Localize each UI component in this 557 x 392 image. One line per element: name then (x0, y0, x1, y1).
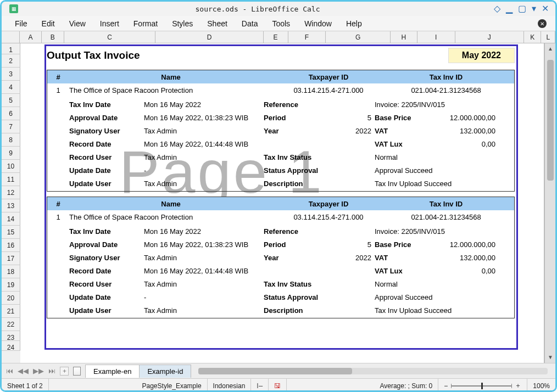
menu-insert[interactable]: Insert (100, 19, 119, 28)
scroll-up-icon[interactable]: ▲ (547, 46, 554, 52)
column-header-F[interactable]: F (288, 31, 326, 43)
menu-window[interactable]: Window (304, 19, 332, 28)
row-header-5[interactable]: 5 (2, 94, 20, 107)
row-header-8[interactable]: 8 (2, 133, 20, 147)
header-taxinv: Tax Inv ID (385, 73, 508, 81)
column-header-D[interactable]: D (155, 31, 263, 43)
row-header-17[interactable]: 17 (2, 252, 20, 265)
status-sheet[interactable]: Sheet 1 of 2 (2, 379, 49, 392)
column-header-A[interactable]: A (20, 31, 41, 43)
row-header-7[interactable]: 7 (2, 120, 20, 133)
document-close-icon[interactable]: ✕ (538, 19, 547, 28)
horizontal-scrollbar[interactable] (198, 368, 548, 374)
minimize-icon[interactable]: ▁ (506, 4, 513, 13)
row-header-1[interactable]: 1 (2, 43, 20, 54)
scrollbar-thumb[interactable] (547, 60, 554, 181)
detail-value3: Normal (375, 280, 495, 288)
column-header-B[interactable]: B (42, 31, 64, 43)
column-header-row: ABCDEFGHIJKL (2, 31, 555, 43)
detail-value3: 0,00 (428, 140, 495, 148)
row-header-2[interactable]: 2 (2, 54, 20, 68)
close-icon[interactable]: ✕ (542, 4, 549, 13)
prev-sheet-icon[interactable]: ◀◀ (18, 367, 29, 375)
row-header-19[interactable]: 19 (2, 278, 20, 292)
last-sheet-icon[interactable]: ⏭ (48, 367, 55, 375)
row-header-9[interactable]: 9 (2, 147, 20, 160)
vertical-scrollbar[interactable]: ▲ ▼ (544, 43, 555, 363)
row-header-3[interactable]: 3 (2, 68, 20, 81)
detail-row: Signatory UserTax AdminYear2022VAT132.00… (69, 124, 514, 137)
restore-icon[interactable]: ▾ (532, 4, 536, 13)
next-sheet-icon[interactable]: ▶▶ (33, 367, 44, 375)
column-header-E[interactable]: E (264, 31, 288, 43)
row-header-15[interactable]: 15 (2, 226, 20, 239)
header-corner[interactable] (2, 31, 20, 43)
zoom-slider[interactable]: − ＋ (438, 379, 527, 392)
maximize-icon[interactable]: ▢ (518, 4, 526, 13)
row-header-18[interactable]: 18 (2, 265, 20, 278)
window-menu-icon[interactable]: ◇ (494, 4, 500, 13)
menu-format[interactable]: Format (133, 19, 158, 28)
status-language[interactable]: Indonesian (208, 379, 252, 392)
row-header-6[interactable]: 6 (2, 107, 20, 120)
column-header-L[interactable]: L (541, 31, 555, 43)
row-header-13[interactable]: 13 (2, 199, 20, 212)
menu-data[interactable]: Data (242, 19, 258, 28)
header-num: # (47, 73, 69, 81)
row-header-23[interactable]: 23 (2, 331, 20, 341)
zoom-handle[interactable] (481, 383, 483, 389)
sheet-list-icon[interactable] (73, 367, 81, 376)
menu-edit[interactable]: Edit (42, 19, 55, 28)
status-summary[interactable]: Average: ; Sum: 0 (374, 379, 438, 392)
column-header-K[interactable]: K (524, 31, 541, 43)
row-header-10[interactable]: 10 (2, 160, 20, 173)
row-header-24[interactable]: 24 (2, 341, 20, 351)
detail-label1: Tax Inv Date (69, 227, 144, 236)
menu-sheet[interactable]: Sheet (207, 19, 227, 28)
status-pagestyle[interactable]: PageStyle_Example (137, 379, 208, 392)
save-status-icon[interactable]: 🖫 (269, 379, 287, 392)
detail-row: Signatory UserTax AdminYear2022VAT132.00… (69, 251, 514, 264)
cell-taxpayer: 03.114.215.4-271.000 (272, 213, 385, 221)
column-header-C[interactable]: C (64, 31, 156, 43)
menu-help[interactable]: Help (346, 19, 362, 28)
add-sheet-icon[interactable]: ＋ (60, 367, 69, 376)
detail-value3: 12.000.000,00 (428, 240, 495, 249)
row-header-16[interactable]: 16 (2, 239, 20, 252)
first-sheet-icon[interactable]: ⏮ (6, 367, 13, 375)
menu-view[interactable]: View (69, 19, 86, 28)
invoice-summary-row: 1The Office of Space Racoon Protection03… (47, 210, 514, 223)
sheet-tab-example-id[interactable]: Example-id (139, 365, 191, 378)
menu-styles[interactable]: Styles (172, 19, 193, 28)
row-header-22[interactable]: 22 (2, 318, 20, 331)
row-header-20[interactable]: 20 (2, 292, 20, 305)
row-header-21[interactable]: 21 (2, 305, 20, 318)
header-name: Name (69, 200, 272, 208)
detail-label2: Period (264, 114, 332, 122)
sheet-tab-example-en[interactable]: Example-en (85, 365, 140, 378)
detail-label1: Approval Date (69, 240, 144, 249)
column-header-G[interactable]: G (326, 31, 391, 43)
row-header-11[interactable]: 11 (2, 173, 20, 186)
hscroll-thumb[interactable] (198, 368, 352, 374)
menu-tools[interactable]: Tools (272, 19, 290, 28)
detail-value1: Tax Admin (144, 127, 264, 135)
detail-label1: Tax Inv Date (69, 100, 144, 109)
row-header-14[interactable]: 14 (2, 212, 20, 226)
detail-label1: Record Date (69, 267, 144, 275)
zoom-out-icon[interactable]: − (444, 382, 448, 390)
insert-mode-icon[interactable]: I⎼ (251, 379, 268, 392)
column-header-H[interactable]: H (391, 31, 417, 43)
row-header-12[interactable]: 12 (2, 186, 20, 199)
row-header-4[interactable]: 4 (2, 81, 20, 94)
zoom-in-icon[interactable]: ＋ (515, 381, 521, 390)
app-window: ▦ source.ods - LibreOffice Calc ◇ ▁ ▢ ▾ … (0, 0, 557, 392)
column-header-J[interactable]: J (455, 31, 525, 43)
status-zoom[interactable]: 100% (527, 379, 555, 392)
spreadsheet-cells[interactable]: Page 1 Output Tax Invoice May 2022 #Name… (20, 43, 544, 363)
column-header-I[interactable]: I (417, 31, 455, 43)
detail-value1: Mon 16 May 2022 (144, 100, 264, 109)
menu-file[interactable]: File (15, 19, 27, 28)
scroll-down-icon[interactable]: ▼ (547, 354, 554, 361)
detail-label1: Record User (69, 153, 144, 161)
